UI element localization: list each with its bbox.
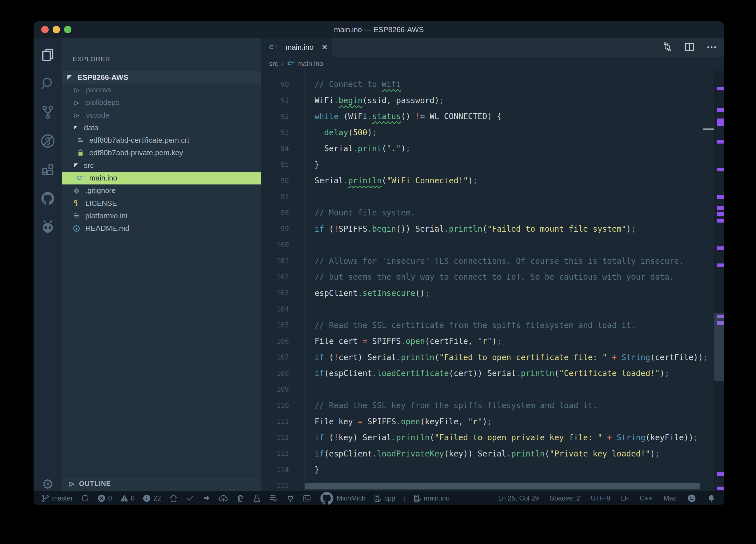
more-actions-icon[interactable]	[707, 45, 717, 50]
linter-cpp[interactable]: cpp	[373, 494, 395, 502]
explorer-section-title: EXPLORER	[73, 55, 110, 63]
tree-item--pioenvs[interactable]: ▷.pioenvs	[62, 84, 273, 96]
activity-bar-item-source-control[interactable]	[34, 100, 62, 125]
tree-item-data[interactable]: data	[62, 121, 273, 134]
activity-bar-item-search[interactable]	[34, 71, 62, 96]
pio-terminal-button[interactable]	[303, 494, 311, 502]
code-line-110[interactable]: 110// Read the SSL key from the spiffs f…	[261, 398, 724, 414]
tree-item-license[interactable]: LICENSE	[62, 197, 271, 210]
code-line-92[interactable]: 92while (WiFi.status() != WL_CONNECTED) …	[261, 109, 724, 125]
line-number: 106	[261, 337, 289, 345]
code-line-114[interactable]: 114}	[261, 462, 724, 478]
code-line-108[interactable]: 108if(espClient.loadCertificate(cert)) S…	[261, 365, 724, 382]
linter-file[interactable]: main.ino	[413, 494, 450, 502]
tree-item-edf80b7abd-private-pem-key[interactable]: edf80b7abd-private.pem.key	[62, 147, 275, 159]
pio-home-button[interactable]	[169, 494, 178, 503]
line-number: 112	[261, 434, 289, 442]
git-branch-icon	[41, 494, 50, 502]
breadcrumb-src[interactable]: src	[269, 60, 278, 68]
split-editor-icon[interactable]	[684, 42, 695, 53]
code-line-93[interactable]: 93 delay(500);	[261, 125, 724, 141]
encoding-indicator[interactable]: UTF-8	[591, 494, 610, 502]
close-icon[interactable]: ✕	[321, 43, 328, 52]
horizontal-scrollbar[interactable]	[305, 483, 700, 489]
code-line-101[interactable]: 101// Allows for 'insecure' TLS connecti…	[261, 253, 724, 269]
code-line-99[interactable]: 99if (!SPIFFS.begin()) Serial.println("F…	[261, 221, 724, 237]
indentation-indicator[interactable]: Spaces: 2	[550, 494, 580, 502]
code-line-103[interactable]: 103espClient.setInsecure();	[261, 285, 724, 301]
branch-indicator[interactable]: master	[41, 494, 73, 502]
tree-item-label: .vscode	[84, 111, 110, 120]
code-line-107[interactable]: 107if (!cert) Serial.println("Failed to …	[261, 349, 724, 365]
code-text: WiFi.begin(ssid, password);	[289, 96, 444, 105]
editor-actions	[662, 38, 717, 57]
eol-indicator[interactable]: LF	[621, 494, 629, 502]
code-line-102[interactable]: 102// but seems the only way to connect …	[261, 269, 724, 285]
code-line-105[interactable]: 105// Read the SSL certificate from the …	[261, 317, 724, 333]
compare-changes-icon[interactable]	[662, 42, 672, 53]
status-label: Spaces: 2	[550, 494, 580, 502]
info-count[interactable]: 22	[142, 494, 161, 502]
tree-item-platformio-ini[interactable]: platformio.ini	[62, 210, 271, 222]
title-bar[interactable]: main.ino — ESP8266-AWS	[34, 21, 724, 38]
pio-build-button[interactable]	[186, 494, 195, 502]
tree-item-readme-md[interactable]: README.md	[62, 222, 271, 235]
code-line-98[interactable]: 98// Mount file system.	[261, 205, 724, 221]
activity-bar-item-extensions[interactable]	[34, 157, 62, 182]
code-line-94[interactable]: 94 Serial.print(".");	[261, 141, 724, 157]
code-line-112[interactable]: 112if (!key) Serial.println("Failed to o…	[261, 430, 724, 446]
activity-bar-item-platformio[interactable]	[34, 215, 62, 240]
home-icon	[169, 494, 178, 503]
code-line-90[interactable]: 90// Connect to Wifi	[261, 77, 724, 93]
code-line-95[interactable]: 95}	[261, 157, 724, 173]
line-number: 92	[261, 113, 289, 121]
tab-main-ino[interactable]: C++ main.ino ✕	[261, 38, 332, 57]
tree-item-main-ino[interactable]: C++main.ino	[62, 172, 275, 184]
pio-upload-button[interactable]	[203, 494, 210, 502]
code-line-96[interactable]: 96Serial.println("WiFi Connected!");	[261, 173, 724, 189]
warning-count[interactable]: 0	[120, 494, 135, 502]
platform-indicator[interactable]: Mac	[664, 494, 676, 502]
line-number: 103	[261, 289, 289, 297]
notifications-button[interactable]	[707, 494, 716, 502]
tree-item-src[interactable]: src	[62, 159, 273, 172]
activity-bar-item-debug-disabled[interactable]	[34, 129, 62, 154]
cpp-icon: C++	[287, 60, 294, 67]
vertical-scrollbar[interactable]	[714, 313, 724, 381]
tree-item-edf80b7abd-certificate-pem-crt[interactable]: edf80b7abd-certificate.pem.crt	[62, 134, 275, 146]
cursor-position[interactable]: Ln 25, Col 29	[498, 494, 539, 502]
code-line-109[interactable]: 109	[261, 381, 724, 398]
breadcrumb-file[interactable]: main.ino	[297, 60, 323, 68]
modified-line-mark	[717, 140, 724, 144]
error-count[interactable]: 0	[97, 494, 112, 502]
tree-item--gitignore[interactable]: .gitignore	[62, 185, 271, 197]
modified-line-mark	[717, 219, 724, 223]
code-line-113[interactable]: 113if(espClient.loadPrivateKey(key)) Ser…	[261, 446, 724, 462]
activity-bar-item-explorer[interactable]	[34, 42, 62, 67]
line-number: 109	[261, 385, 289, 393]
code-line-106[interactable]: 106File cert = SPIFFS.open(certFile, "r"…	[261, 333, 724, 349]
error-icon	[97, 494, 106, 502]
feedback-button[interactable]	[687, 494, 696, 503]
code-line-91[interactable]: 91WiFi.begin(ssid, password);	[261, 92, 724, 109]
pio-test-button[interactable]	[253, 494, 261, 502]
tree-item--piolibdeps[interactable]: ▷.piolibdeps	[62, 96, 273, 109]
sync-button[interactable]	[81, 494, 89, 502]
pio-clean-button[interactable]	[236, 494, 245, 502]
code-line-97[interactable]: 97	[261, 189, 724, 205]
code-line-100[interactable]: 100	[261, 237, 724, 253]
beaker-icon	[253, 494, 261, 502]
activity-bar-item-github[interactable]	[34, 186, 62, 211]
code-editor[interactable]: 8990// Connect to Wifi91WiFi.begin(ssid,…	[261, 60, 724, 491]
outline-section-header[interactable]: ▷ OUTLINE	[62, 475, 261, 491]
svg-text:++: ++	[273, 44, 277, 48]
pio-remote-upload-button[interactable]	[218, 493, 228, 503]
tree-item--vscode[interactable]: ▷.vscode	[62, 109, 273, 121]
code-line-111[interactable]: 111File key = SPIFFS.open(keyFile, "r");	[261, 413, 724, 430]
code-line-104[interactable]: 104	[261, 301, 724, 317]
github-account[interactable]: MichMich	[319, 491, 365, 506]
pio-serial-monitor-button[interactable]	[286, 494, 295, 502]
language-mode[interactable]: C++	[640, 494, 652, 502]
pio-tasks-button[interactable]	[269, 494, 278, 503]
tree-root-ESP8266-AWS[interactable]: ESP8266-AWS	[62, 71, 267, 84]
